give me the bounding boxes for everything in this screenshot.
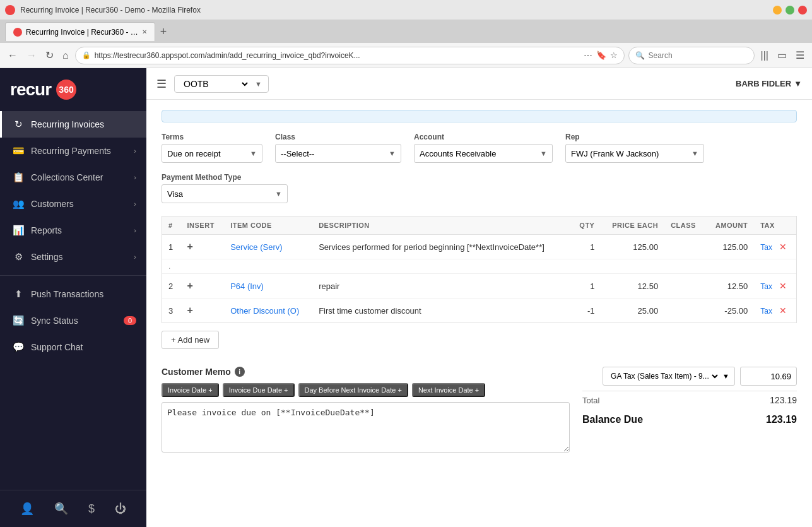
row-insert[interactable]: + [181, 299, 225, 323]
active-tab[interactable]: Recurring Invoice | Recur360 - … ✕ [5, 22, 155, 41]
tab-close-btn[interactable]: ✕ [142, 28, 147, 35]
search-icon: 🔍 [635, 51, 645, 60]
rep-select[interactable]: FWJ (Frank W Jackson) ▼ [565, 144, 704, 163]
chevron-right-icon: › [134, 174, 136, 181]
sidebar-item-reports[interactable]: 📊 Reports › [0, 217, 146, 244]
account-label: Account [414, 133, 553, 141]
form-top-bar [162, 110, 797, 122]
tax-amount-input[interactable] [740, 367, 797, 386]
day-before-tag[interactable]: Day Before Next Invoice Date + [298, 383, 408, 397]
next-invoice-date-tag[interactable]: Next Invoice Date + [412, 383, 485, 397]
app-container: recur 360 ↻ Recurring Invoices 💳 Recurri… [0, 68, 812, 527]
account-dropdown[interactable]: Accounts Receivable [420, 149, 536, 158]
new-tab-btn[interactable]: + [158, 25, 170, 38]
row-sub-desc: . [162, 259, 796, 274]
sidebar-divider [0, 275, 146, 276]
payment-method-select[interactable]: Visa ▼ [162, 184, 288, 203]
sidebar-item-push-transactions[interactable]: ⬆ Push Transactions [0, 281, 146, 307]
class-chevron-icon: ▼ [389, 150, 396, 157]
library-icon[interactable]: ||| [758, 47, 771, 64]
back-btn[interactable]: ← [5, 47, 20, 64]
tax-link[interactable]: Tax [760, 307, 772, 316]
row-qty: 1 [571, 274, 601, 299]
row-amount: -25.00 [705, 299, 754, 323]
search-bottom-btn[interactable]: 🔍 [50, 498, 72, 519]
delete-row-btn[interactable]: ✕ [779, 281, 787, 291]
tax-item-dropdown[interactable]: GA Tax (Sales Tax Item) - 9... [608, 371, 720, 381]
rep-dropdown[interactable]: FWJ (Frank W Jackson) [571, 149, 688, 158]
memo-textarea[interactable]: Please invoice due on [**InvoiceDueDate*… [162, 402, 570, 453]
url-input[interactable] [95, 51, 580, 60]
insert-btn[interactable]: + [187, 241, 193, 252]
home-btn[interactable]: ⌂ [60, 47, 71, 64]
tax-link[interactable]: Tax [760, 243, 772, 252]
balance-due-value: 123.19 [766, 414, 797, 425]
user-icon-btn[interactable]: 👤 [16, 498, 38, 519]
delete-row-btn[interactable]: ✕ [779, 242, 787, 252]
rep-label: Rep [565, 133, 704, 141]
sync-status-icon: 🔄 [12, 315, 25, 326]
search-bar[interactable]: 🔍 [628, 47, 755, 64]
row-description: First time customer discount [312, 299, 571, 323]
payment-chevron-icon: ▼ [275, 190, 282, 198]
billing-btn[interactable]: $ [85, 499, 98, 519]
company-dropdown[interactable]: OOTB [181, 78, 250, 90]
minimize-btn[interactable] [773, 6, 782, 15]
search-input[interactable] [649, 51, 748, 60]
more-options-btn[interactable]: ⋯ [584, 50, 592, 61]
payment-method-dropdown[interactable]: Visa [167, 189, 271, 199]
company-select[interactable]: OOTB ▼ [174, 75, 269, 93]
sidebar-item-support-chat[interactable]: 💬 Support Chat [0, 334, 146, 360]
browser-title-bar: Recurring Invoice | Recur360 - Demo - Mo… [0, 0, 812, 20]
invoice-due-date-tag[interactable]: Invoice Due Date + [223, 383, 295, 397]
item-code-link[interactable]: Other Discount (O) [230, 306, 299, 316]
sidebar-item-customers[interactable]: 👥 Customers › [0, 191, 146, 217]
sidebar-item-recurring-payments[interactable]: 💳 Recurring Payments › [0, 138, 146, 164]
logout-btn[interactable]: ⏻ [111, 499, 130, 519]
account-select[interactable]: Accounts Receivable ▼ [414, 144, 553, 163]
forward-btn[interactable]: → [24, 47, 39, 64]
maximize-btn[interactable] [786, 6, 794, 15]
bookmark-icon[interactable]: 🔖 [596, 50, 606, 60]
hamburger-btn[interactable]: ☰ [156, 77, 167, 91]
col-num: # [162, 216, 181, 235]
close-btn[interactable] [798, 6, 807, 15]
browser-controls [773, 6, 807, 15]
sidebar-item-collections-center[interactable]: 📋 Collections Center › [0, 164, 146, 191]
class-dropdown[interactable]: --Select-- [281, 149, 385, 158]
delete-row-btn[interactable]: ✕ [779, 305, 787, 316]
tax-row: GA Tax (Sales Tax Item) - 9... ▼ [582, 367, 797, 386]
reports-icon: 📊 [12, 225, 25, 236]
user-name[interactable]: BARB FIDLER ▼ [736, 79, 802, 88]
account-chevron-icon: ▼ [540, 150, 547, 157]
class-select[interactable]: --Select-- ▼ [275, 144, 401, 163]
row-tax: Tax ✕ [754, 274, 796, 299]
terms-select[interactable]: Due on receipt ▼ [162, 144, 262, 163]
insert-btn[interactable]: + [187, 305, 193, 316]
user-chevron-icon: ▼ [794, 79, 802, 88]
star-icon[interactable]: ☆ [610, 50, 618, 60]
sidebar-item-recurring-invoices[interactable]: ↻ Recurring Invoices [0, 111, 146, 138]
rep-chevron-icon: ▼ [691, 150, 698, 157]
chevron-right-icon: › [134, 253, 136, 261]
add-new-btn[interactable]: + Add new [162, 331, 219, 349]
app-header: ☰ OOTB ▼ BARB FIDLER ▼ [146, 68, 812, 100]
item-code-link[interactable]: P64 (Inv) [230, 281, 264, 291]
menu-btn[interactable]: ☰ [793, 47, 807, 64]
sidebar-item-settings[interactable]: ⚙ Settings › [0, 244, 146, 270]
row-tax: Tax ✕ [754, 299, 796, 323]
item-code-link[interactable]: Service (Serv) [230, 242, 282, 252]
balance-due-row: Balance Due 123.19 [582, 409, 797, 430]
insert-btn[interactable]: + [187, 280, 193, 292]
row-tax: Tax ✕ [754, 235, 796, 259]
invoice-date-tag[interactable]: Invoice Date + [162, 383, 219, 397]
row-insert[interactable]: + [181, 235, 225, 259]
row-insert[interactable]: + [181, 274, 225, 299]
terms-dropdown[interactable]: Due on receipt [167, 149, 246, 158]
sidebar-toggle-icon[interactable]: ▭ [775, 47, 789, 64]
refresh-btn[interactable]: ↻ [43, 47, 56, 64]
tax-select-wrapper[interactable]: GA Tax (Sales Tax Item) - 9... ▼ [603, 367, 735, 386]
info-icon[interactable]: i [235, 367, 245, 377]
tax-link[interactable]: Tax [760, 282, 772, 291]
sidebar-item-sync-status[interactable]: 🔄 Sync Status 0 [0, 307, 146, 334]
